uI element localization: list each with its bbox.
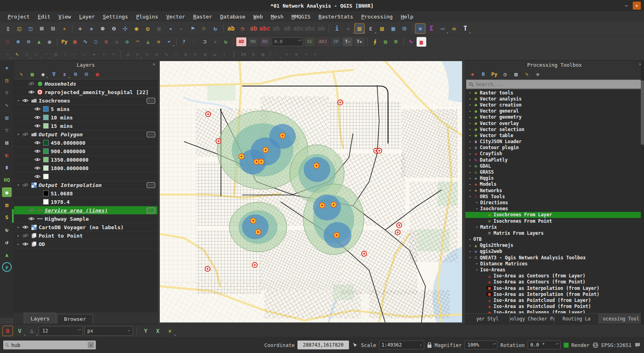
zoom-to-layer-icon[interactable]: ◎ [142,23,153,34]
alg-grass[interactable]: ▸✿GRASS [465,169,644,175]
layer-op-1800[interactable]: 1800.0000000 [14,164,157,172]
group-output-interpolation[interactable]: ▾Output Interpolation [14,181,157,189]
simplify-feature-icon[interactable]: ∿ [162,50,171,59]
menu-rasterstats[interactable]: RasterStats [315,13,357,21]
layout-manager-icon[interactable]: ⊟ [48,23,58,34]
group-isochrones[interactable]: ▾Isochrones [14,96,157,105]
move-label-icon[interactable]: ab [271,23,281,34]
toggle-editing-icon[interactable]: ✎ [12,50,21,59]
layer-diagram-icon[interactable]: ◔ [237,23,248,34]
osm-place-search-icon[interactable]: ◍ [45,37,54,47]
minimize-button[interactable]: – [622,2,630,10]
tree-arrow-icon[interactable]: ▸ [468,133,473,137]
delete-part-icon[interactable]: ◒ [210,50,219,59]
undo-icon[interactable]: ↶ [99,50,108,59]
layer-visibility-icon[interactable] [33,123,42,128]
rotate-feature-icon[interactable]: ↻ [152,50,161,59]
snapping-units-select[interactable]: px▾ [85,326,133,336]
add-group-icon[interactable]: ▦ [28,70,37,78]
osm-search-green-icon[interactable]: ◉ [2,187,12,197]
field-calculator-icon[interactable]: ⊡ [399,23,410,34]
paste-features-icon[interactable]: ▰ [90,50,99,59]
layer-highway-sample[interactable]: Highway Sample [14,215,157,223]
toolbox-r-scripts-icon[interactable]: R [479,70,488,78]
layer-labeling-icon[interactable]: ab [226,23,236,34]
locator-search-input[interactable]: hub ✕ [3,341,96,349]
new-bookmark-icon[interactable]: ⚑ [188,23,198,34]
toolbox-history-icon[interactable]: ◷ [501,70,510,78]
layers-panel-close-icon[interactable]: ✕ [153,62,155,67]
select-by-expression-icon[interactable]: ε [365,23,376,34]
dem-terrain-icon[interactable]: ◭ [143,37,153,47]
mo-button[interactable]: MO [248,37,258,46]
map-tips-icon[interactable]: ✉ [449,23,459,34]
style-manager-icon[interactable]: ✦ [59,23,70,34]
tree-arrow-icon[interactable]: ▾ [475,268,479,272]
tree-arrow-icon[interactable]: ▸ [468,103,473,107]
layer-op-450[interactable]: 450.0000000 [14,139,157,147]
tree-arrow-icon[interactable]: ▸ [468,183,473,186]
tab-browser[interactable]: Browser [57,314,93,324]
alg-vector-selection[interactable]: ▸◕Vector selection [465,126,644,132]
expand-all-icon[interactable]: ⊞ [71,70,80,78]
offset-point-symbol-icon[interactable]: ↜ [311,50,320,59]
tree-arrow-icon[interactable]: ▾ [16,99,21,103]
layer-op-blank[interactable] [14,172,157,181]
save-edits-icon[interactable]: ◫ [22,50,31,59]
dock-tab-pology-checker-pa[interactable]: pology Checker Pa [510,314,555,324]
split-features-icon[interactable]: ⋈ [239,50,248,59]
layer-visibility-icon[interactable] [21,242,30,246]
current-edits-icon[interactable]: ✎ [3,50,12,59]
menu-edit[interactable]: Edit [34,13,54,21]
alg-dataplotly[interactable]: ▸∿DataPlotly [465,157,644,163]
menu-project[interactable]: Project [4,13,33,21]
label-properties-icon[interactable]: ab [316,23,326,34]
globe-icon[interactable]: ◯ [91,37,101,47]
tree-arrow-icon[interactable]: ▸ [16,234,21,238]
tree-arrow-icon[interactable]: ▸ [468,158,473,162]
layer-visibility-icon[interactable] [21,98,30,103]
menu-vector[interactable]: Vector [163,13,189,21]
layer-cartodb-voyager[interactable]: ▸CartoDB Voyager (no labels) [14,223,157,232]
magnifier-spinbox[interactable]: 100% [464,341,497,349]
alg-vector-geometry[interactable]: ▸◕Vector geometry [465,114,644,120]
group-output-polygon[interactable]: ▾Output Polygon [14,130,157,139]
alg-crayfish[interactable]: ▸◖Crayfish [465,151,644,157]
layer-iso-10[interactable]: 10 mins [14,113,157,122]
show-bookmarks-icon[interactable]: ⚐ [199,23,209,34]
ors-tools-icon[interactable]: ◌ [3,37,12,47]
layer-households[interactable]: Households [14,80,157,88]
render-checkbox[interactable] [564,343,569,348]
add-comb-layer-icon[interactable]: ▥ [2,113,12,122]
toolbox-scrollbar[interactable] [641,60,644,324]
tree-arrow-icon[interactable]: ▸ [468,109,473,113]
layer-visibility-icon[interactable] [21,233,30,238]
clear-search-icon[interactable]: ✕ [88,342,94,348]
cut-features-icon[interactable]: ✂ [70,50,79,59]
pan-map-icon[interactable]: ✛ [75,23,85,34]
tree-arrow-icon[interactable]: ▸ [468,97,473,101]
adj-button[interactable]: ADJ [316,37,329,46]
map-canvas[interactable] [160,61,462,322]
alg-networks[interactable]: ▸❖Networks [465,187,644,193]
toolbox-python-icon[interactable]: Py [490,70,499,78]
tree-arrow-icon[interactable]: ▾ [475,225,479,229]
move-feature-icon[interactable]: ✥ [133,50,142,59]
rotation-spinbox[interactable]: 0.0 ° [528,341,561,349]
menu-raster[interactable]: Raster [190,13,216,21]
zoom-next-icon[interactable]: ▸ [176,23,187,34]
add-circular-icon[interactable]: ◠ [41,50,50,59]
layer-op-900[interactable]: 900.0000000 [14,147,157,156]
group-od[interactable]: ▸OD [14,240,157,248]
measure-icon[interactable]: ▭ [438,23,448,34]
python-console-icon[interactable]: Py [60,37,69,47]
alg-gdal[interactable]: ▸◍GDAL [465,163,644,169]
qgis2threejs-icon[interactable]: ▲ [34,37,44,47]
pipe-digitize-icon[interactable]: ⊐ [200,37,210,47]
contour-blob-icon[interactable]: ◠ [133,37,142,47]
layer-visibility-icon[interactable] [33,140,42,145]
gdrive-plus-icon[interactable]: ▲ [2,250,12,259]
p-circle-icon[interactable]: p [2,262,12,272]
project-save-icon[interactable]: ◫ [25,23,36,34]
menu-database[interactable]: Database [217,13,249,21]
